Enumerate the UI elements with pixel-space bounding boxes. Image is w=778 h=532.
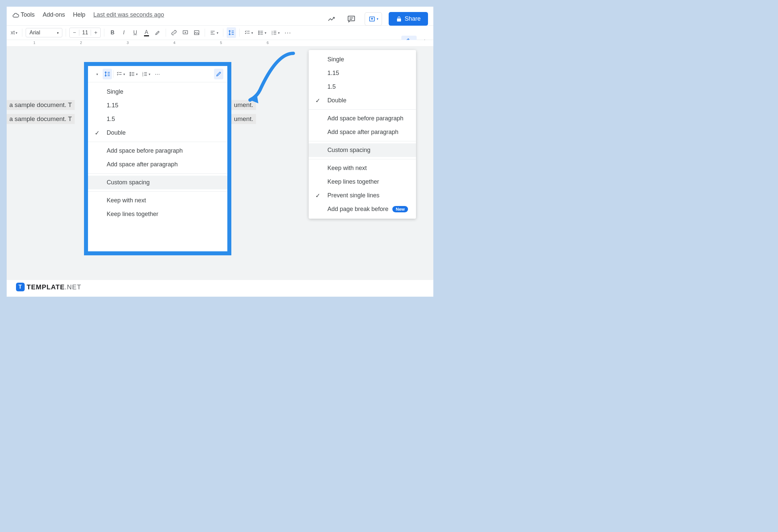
chevron-down-icon: ▾: [136, 72, 138, 76]
chevron-down-icon: ▾: [123, 72, 125, 76]
spacing-single[interactable]: Single: [309, 53, 416, 66]
ruler: 1 2 3 4 5 6: [7, 40, 433, 47]
callout-add-space-before[interactable]: Add space before paragraph: [88, 144, 227, 158]
app-frame: Tools Add-ons Help Last edit was seconds…: [7, 7, 433, 297]
spacing-115[interactable]: 1.15: [309, 66, 416, 80]
bullet-list-button[interactable]: ▾: [256, 27, 268, 38]
separator: [22, 29, 22, 37]
separator: [88, 191, 227, 192]
text-color-button[interactable]: A: [142, 27, 151, 38]
line-spacing-menu: Single 1.15 1.5 ✓Double Add space before…: [309, 50, 416, 219]
add-space-before[interactable]: Add space before paragraph: [309, 112, 416, 125]
comments-icon[interactable]: [345, 12, 358, 26]
ruler-tick: 4: [173, 41, 175, 45]
prevent-single-lines[interactable]: ✓Prevent single lines: [309, 189, 416, 202]
callout-spacing-single[interactable]: Single: [88, 85, 227, 99]
bold-button[interactable]: B: [108, 27, 117, 38]
increase-size-button[interactable]: +: [91, 28, 100, 37]
highlight-button[interactable]: [153, 27, 162, 38]
callout-bullet-button[interactable]: ▾: [128, 69, 139, 79]
header-actions: ▾ Share: [325, 12, 428, 26]
link-button[interactable]: [169, 27, 179, 38]
callout-spacing-double[interactable]: ✓Double: [88, 126, 227, 140]
separator: [309, 109, 416, 110]
chevron-down-icon: ▾: [265, 31, 266, 35]
callout-spacing-15[interactable]: 1.5: [88, 112, 227, 126]
font-size-stepper: − 11 +: [69, 28, 101, 38]
menubar: Tools Add-ons Help Last edit was seconds…: [21, 10, 164, 22]
font-size-value[interactable]: 11: [79, 30, 91, 36]
ruler-tick: 3: [127, 41, 129, 45]
svg-point-20: [259, 34, 259, 34]
keep-with-next[interactable]: Keep with next: [309, 161, 416, 175]
check-icon: ✓: [315, 192, 320, 199]
separator: [88, 173, 227, 174]
menu-help[interactable]: Help: [73, 11, 85, 18]
decrease-size-button[interactable]: −: [70, 28, 79, 37]
chevron-down-icon: ▾: [251, 31, 253, 35]
underline-button[interactable]: U: [130, 27, 140, 38]
chevron-down-icon: ▾: [149, 72, 150, 76]
checklist-button[interactable]: ▾: [243, 27, 254, 38]
italic-button[interactable]: I: [119, 27, 128, 38]
spacing-double[interactable]: ✓Double: [309, 94, 416, 107]
callout-toolbar: ▾ ▾ ▾ 123▾ ⋯: [88, 66, 227, 82]
ruler-tick: 2: [80, 41, 82, 45]
svg-text:3: 3: [272, 33, 273, 35]
keep-lines-together[interactable]: Keep lines together: [309, 175, 416, 189]
add-space-after[interactable]: Add space after paragraph: [309, 125, 416, 139]
callout-keep-with-next[interactable]: Keep with next: [88, 194, 227, 207]
callout-add-space-after[interactable]: Add space after paragraph: [88, 158, 227, 171]
check-icon: ✓: [95, 129, 100, 137]
ruler-tick: 6: [267, 41, 269, 45]
callout-more-button[interactable]: ⋯: [153, 69, 162, 79]
more-button[interactable]: ⋯: [283, 27, 293, 38]
activity-icon[interactable]: [325, 12, 338, 26]
add-page-break-before[interactable]: Add page break beforeNew: [309, 202, 416, 216]
separator: [113, 70, 114, 78]
svg-text:3: 3: [142, 75, 144, 77]
present-button[interactable]: ▾: [365, 12, 382, 26]
svg-point-18: [259, 32, 259, 33]
separator: [88, 142, 227, 142]
callout-arrow: [240, 50, 307, 110]
spacing-15[interactable]: 1.5: [309, 80, 416, 94]
separator: [66, 29, 66, 37]
text-line: a sample document. T: [7, 100, 75, 110]
add-comment-button[interactable]: [181, 27, 190, 38]
menu-addons[interactable]: Add-ons: [43, 11, 65, 18]
text-line: a sample document. T: [7, 114, 75, 124]
share-label: Share: [405, 15, 421, 22]
separator: [239, 29, 240, 37]
align-button[interactable]: ▾: [208, 27, 220, 38]
callout-custom-spacing[interactable]: Custom spacing: [88, 176, 227, 189]
svg-point-33: [130, 72, 131, 73]
insert-image-button[interactable]: [192, 27, 201, 38]
callout-keep-lines-together[interactable]: Keep lines together: [88, 207, 227, 221]
custom-spacing[interactable]: Custom spacing: [309, 143, 416, 157]
svg-rect-0: [348, 16, 355, 21]
callout-checklist-button[interactable]: ▾: [115, 69, 126, 79]
callout-numbered-button[interactable]: 123▾: [140, 69, 152, 79]
paragraph-style-dropdown[interactable]: xt▾: [9, 27, 19, 38]
last-edit-link[interactable]: Last edit was seconds ago: [93, 11, 164, 18]
svg-point-16: [259, 31, 259, 31]
font-dropdown[interactable]: Arial▾: [26, 28, 62, 37]
callout-spacing-115[interactable]: 1.15: [88, 99, 227, 112]
chevron-down-icon: ▾: [278, 31, 280, 35]
callout-line-spacing-button[interactable]: [103, 69, 112, 79]
numbered-list-button[interactable]: 123▾: [270, 27, 281, 38]
chevron-down-icon: ▾: [217, 31, 218, 35]
text-line: ument.: [231, 114, 256, 124]
ruler-tick: 5: [220, 41, 222, 45]
menu-tools[interactable]: Tools: [21, 11, 35, 18]
share-button[interactable]: Share: [389, 12, 428, 26]
separator: [166, 29, 166, 37]
watermark-icon: T: [16, 283, 25, 291]
svg-point-35: [130, 74, 131, 74]
toolbar: xt▾ Arial▾ − 11 + B I U A ▾: [7, 25, 433, 40]
separator: [104, 29, 104, 37]
callout-dropdown[interactable]: ▾: [92, 69, 101, 79]
callout-pen-button[interactable]: [214, 69, 223, 79]
line-spacing-button[interactable]: [227, 27, 236, 38]
